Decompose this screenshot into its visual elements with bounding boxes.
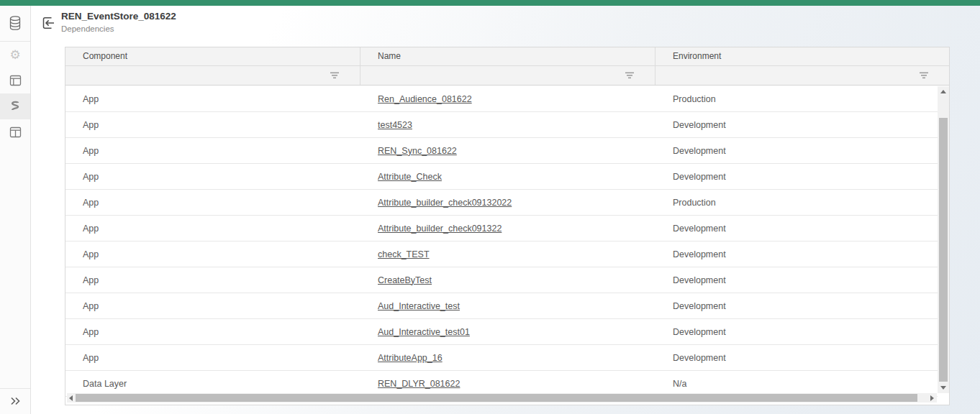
cell-name: AttributeApp_16: [360, 353, 655, 363]
name-link[interactable]: Attribute_builder_check091322: [378, 224, 502, 234]
cell-environment: Development: [655, 224, 938, 234]
table-row: App REN_Sync_081622 Development: [65, 138, 938, 164]
filter-cell-name: [360, 66, 655, 85]
cell-component: App: [65, 120, 360, 130]
filter-icon[interactable]: [919, 72, 929, 79]
sidebar-item-layout-columns[interactable]: [0, 119, 30, 145]
cell-environment: Development: [655, 353, 938, 363]
cell-environment: Production: [655, 198, 938, 208]
name-link[interactable]: Aud_Interactive_test01: [378, 327, 470, 337]
cell-environment: Production: [655, 94, 938, 104]
table-row: App AttributeApp_16 Development: [65, 345, 938, 371]
table-row: App Aud_Interactive_test Development: [65, 293, 938, 319]
sidebar-bottom-divider: [0, 388, 30, 389]
cell-component: Data Layer: [65, 379, 360, 389]
cell-name: test4523: [360, 120, 655, 130]
scroll-left-arrow-icon[interactable]: [69, 395, 73, 401]
scroll-down-arrow-icon[interactable]: [940, 386, 946, 390]
cell-environment: Development: [655, 249, 938, 259]
cell-component: App: [65, 275, 360, 285]
cell-environment: Development: [655, 146, 938, 156]
table-body: App Ren_Audience_081622 Production App t…: [65, 86, 938, 405]
name-link[interactable]: Ren_Audience_081622: [378, 94, 472, 104]
name-link[interactable]: check_TEST: [378, 249, 430, 259]
cell-name: REN_DLYR_081622: [360, 379, 655, 389]
cell-environment: Development: [655, 327, 938, 337]
cell-environment: Development: [655, 120, 938, 130]
sidebar-item-layout-panel[interactable]: [0, 68, 30, 93]
cell-environment: Development: [655, 172, 938, 182]
layout-columns-icon: [9, 126, 22, 138]
back-button[interactable]: [40, 15, 56, 31]
column-header-component[interactable]: Component: [65, 47, 360, 65]
name-link[interactable]: Aud_Interactive_test: [378, 301, 460, 311]
gear-icon: ⚙: [9, 49, 20, 61]
dependencies-table: Component Name Environment: [65, 47, 950, 405]
sidebar-expand-button[interactable]: [0, 390, 30, 413]
cell-component: App: [65, 94, 360, 104]
page-title: REN_EventStore_081622: [61, 11, 176, 22]
name-link[interactable]: REN_Sync_081622: [378, 146, 457, 156]
horizontal-scrollbar[interactable]: [67, 393, 937, 402]
scroll-right-arrow-icon[interactable]: [930, 395, 934, 401]
name-link[interactable]: REN_DLYR_081622: [378, 379, 460, 389]
sidebar-item-flow[interactable]: [0, 93, 30, 119]
cell-name: Attribute_builder_check091322: [360, 224, 655, 234]
table-row: App Aud_Interactive_test01 Development: [65, 319, 938, 345]
database-icon: [8, 15, 22, 31]
table-row: App Ren_Audience_081622 Production: [65, 86, 938, 112]
cell-environment: Development: [655, 301, 938, 311]
filter-cell-component: [65, 66, 360, 85]
cell-name: REN_Sync_081622: [360, 146, 655, 156]
filter-icon[interactable]: [330, 72, 340, 79]
table-row: App check_TEST Development: [65, 242, 938, 267]
column-header-environment[interactable]: Environment: [655, 47, 949, 65]
expand-chevrons-icon: [8, 395, 22, 408]
top-accent-bar: [0, 0, 980, 6]
cell-component: App: [65, 198, 360, 208]
table-row: App Attribute_builder_check09132022 Prod…: [65, 190, 938, 216]
layout-panel-icon: [9, 75, 22, 86]
name-link[interactable]: Attribute_Check: [378, 172, 442, 182]
cell-name: CreateByTest: [360, 275, 655, 285]
cell-environment: Development: [655, 275, 938, 285]
cell-component: App: [65, 249, 360, 259]
filter-cell-environment: [655, 66, 949, 85]
name-link[interactable]: AttributeApp_16: [378, 353, 443, 363]
page-subtitle: Dependencies: [61, 24, 114, 33]
cell-name: check_TEST: [360, 249, 655, 259]
sidebar-item-database[interactable]: [0, 10, 30, 36]
scroll-up-arrow-icon[interactable]: [940, 90, 946, 93]
table-header-row: Component Name Environment: [65, 47, 949, 66]
vertical-scrollbar[interactable]: [938, 86, 949, 393]
sidebar: ⚙: [0, 6, 31, 414]
cell-component: App: [65, 172, 360, 182]
filter-icon[interactable]: [625, 72, 635, 79]
table-row: App test4523 Development: [65, 112, 938, 138]
name-link[interactable]: CreateByTest: [378, 275, 432, 285]
table-row: App Attribute_builder_check091322 Develo…: [65, 216, 938, 242]
flow-icon: [9, 100, 22, 113]
cell-component: App: [65, 327, 360, 337]
cell-environment: N/a: [655, 379, 938, 389]
sidebar-item-settings[interactable]: ⚙: [0, 42, 30, 68]
table-row: App Attribute_Check Development: [65, 164, 938, 190]
column-header-name[interactable]: Name: [360, 47, 655, 65]
cell-name: Ren_Audience_081622: [360, 94, 655, 104]
name-link[interactable]: test4523: [378, 120, 412, 130]
cell-component: App: [65, 353, 360, 363]
cell-name: Attribute_builder_check09132022: [360, 198, 655, 208]
cell-component: App: [65, 301, 360, 311]
cell-name: Aud_Interactive_test01: [360, 327, 655, 337]
table-row: App CreateByTest Development: [65, 267, 938, 293]
vertical-scrollbar-thumb[interactable]: [939, 118, 948, 382]
cell-component: App: [65, 146, 360, 156]
exit-left-arrow-icon: [40, 15, 56, 31]
horizontal-scrollbar-thumb[interactable]: [76, 394, 917, 402]
cell-name: Aud_Interactive_test: [360, 301, 655, 311]
cell-name: Attribute_Check: [360, 172, 655, 182]
filter-row: [65, 66, 949, 86]
cell-component: App: [65, 224, 360, 234]
name-link[interactable]: Attribute_builder_check09132022: [378, 198, 512, 208]
